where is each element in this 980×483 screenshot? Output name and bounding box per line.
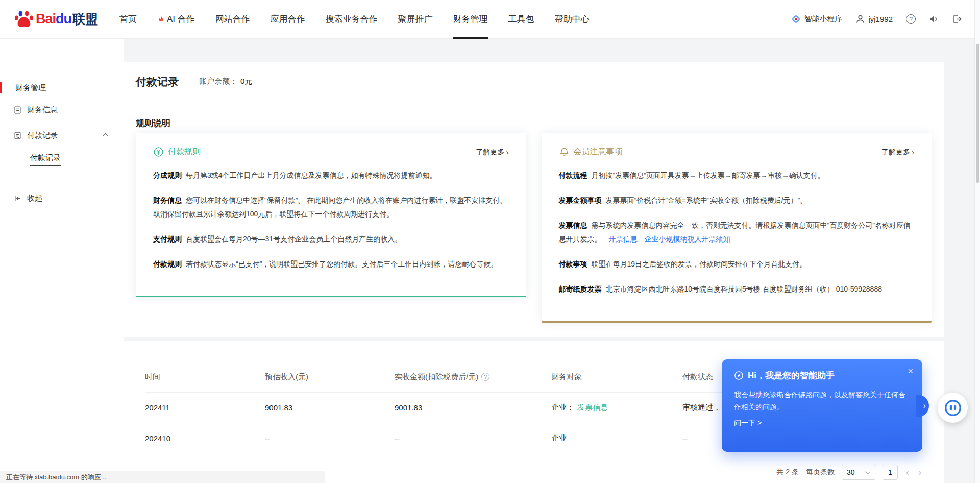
rules-section: 规则说明 付款规则 了解更多› 分成规则每月第3或4个工作日产出上月分成信息及发… xyxy=(136,101,932,323)
coin-icon xyxy=(153,147,164,157)
rule-item: 付款规则若付款状态显示“已支付”，说明联盟已安排了您的付款。支付后三个工作日内到… xyxy=(153,257,509,271)
member-notice-card: 会员注意事项 了解更多› 付款流程月初按“发票信息”页面开具发票→上传发票→邮寄… xyxy=(542,133,932,323)
nav-item-label: 应用合作 xyxy=(271,13,305,25)
compass-icon xyxy=(734,371,744,380)
nav-item-app-cooperation[interactable]: 应用合作 xyxy=(271,0,305,39)
document-icon xyxy=(13,106,22,114)
assistant-popup: › Hi，我是您的智能助手 × 我会帮助您诊断合作链路问题，以及解答您关于任何合… xyxy=(722,359,922,452)
per-page-select[interactable]: 30 xyxy=(842,465,875,480)
sidebar-divider xyxy=(0,179,109,179)
per-page-label: 每页条数 xyxy=(806,468,835,477)
logo-text-du: du xyxy=(56,11,71,27)
mini-program-label: 智能小程序 xyxy=(804,14,842,24)
vertical-scrollbar[interactable] xyxy=(974,0,980,483)
more-label: 了解更多 xyxy=(476,148,505,157)
nav-item-home[interactable]: 首页 xyxy=(119,0,137,39)
chevron-right-icon: › xyxy=(912,148,914,156)
nav-item-toolkit[interactable]: 工具包 xyxy=(508,0,534,39)
payment-rules-title: 付款规则 xyxy=(168,147,201,157)
nav-item-finance-management[interactable]: 财务管理 xyxy=(453,0,488,39)
mini-program-icon xyxy=(791,14,801,24)
rules-heading: 规则说明 xyxy=(136,117,932,129)
payment-rules-more-link[interactable]: 了解更多› xyxy=(476,148,509,157)
total-count: 共 2 条 xyxy=(776,468,799,477)
user-icon xyxy=(855,14,865,24)
invoice-info-table-link[interactable]: 发票信息 xyxy=(577,403,608,412)
sidebar-subitem-payment-records[interactable]: 付款记录 xyxy=(0,148,124,172)
baidu-paw-icon xyxy=(14,10,34,29)
cell-actual: -- xyxy=(395,434,551,443)
small-taxpayer-notice-link[interactable]: 企业小规模纳税人开票须知 xyxy=(645,235,730,243)
page-number-button[interactable]: 1 xyxy=(883,465,898,480)
nav-item-label: 搜索业务合作 xyxy=(326,13,378,25)
cell-actual: 9001.83 xyxy=(395,403,551,412)
balance-label: 账户余额： xyxy=(199,77,237,85)
sidebar-group-label: 财务管理 xyxy=(15,83,46,93)
main-menu: 首页 AI 合作 网站合作 应用合作 搜索业务合作 聚屏推广 财务管理 工具包 … xyxy=(119,0,610,39)
sidebar: 财务管理 财务信息 付款记录 付款记录 收起 xyxy=(0,39,124,483)
rule-item: 付款事项联盟在每月19日之后签收的发票，付款时间安排在下个月首批支付。 xyxy=(559,257,915,271)
page-header: 付款记录 账户余额：0元 xyxy=(136,62,932,101)
nav-item-screen-promotion[interactable]: 聚屏推广 xyxy=(398,0,433,39)
sidebar-collapse-label: 收起 xyxy=(27,194,42,203)
cell-time: 202411 xyxy=(145,403,265,412)
bell-icon xyxy=(559,147,570,157)
nav-item-website-cooperation[interactable]: 网站合作 xyxy=(215,0,250,39)
browser-status-message: 正在等待 xlab.baidu.com 的响应... xyxy=(0,471,325,483)
assistant-title: Hi，我是您的智能助手 xyxy=(748,370,835,381)
nav-item-label: 财务管理 xyxy=(453,13,488,25)
mini-program-entry[interactable]: 智能小程序 xyxy=(791,14,842,24)
question-circle-icon[interactable]: ? xyxy=(481,373,489,381)
nav-item-label: AI 合作 xyxy=(167,13,195,25)
account-balance: 账户余额：0元 xyxy=(199,77,252,86)
nav-item-ai-cooperation[interactable]: AI 合作 xyxy=(157,0,195,39)
nav-item-label: 工具包 xyxy=(508,13,534,25)
per-page-value: 30 xyxy=(847,468,855,476)
nav-item-label: 聚屏推广 xyxy=(398,13,433,25)
nav-item-label: 首页 xyxy=(119,13,137,25)
cell-estimated: -- xyxy=(265,434,395,443)
member-notice-more-link[interactable]: 了解更多› xyxy=(881,148,914,157)
username-label: jyj1992 xyxy=(868,15,893,23)
nav-item-search-cooperation[interactable]: 搜索业务合作 xyxy=(326,0,378,39)
payment-records-panel: 付款记录 账户余额：0元 规则说明 付款规则 了解更多› 分成规则每月第3或 xyxy=(124,62,944,337)
col-estimated-income: 预估收入(元) xyxy=(265,372,395,382)
sidebar-item-financial-info[interactable]: 财务信息 xyxy=(0,97,124,123)
assistant-message: 我会帮助您诊断合作链路问题，以及解答您关于任何合作相关的问题。 xyxy=(734,389,910,413)
rule-item: 支付规则百度联盟会在每月20号—31号支付企业会员上个自然月产生的收入。 xyxy=(153,232,509,246)
logo-text-union: 联盟 xyxy=(72,11,98,28)
next-page-button[interactable]: › xyxy=(917,467,922,478)
sidebar-group-finance-management[interactable]: 财务管理 xyxy=(0,79,124,97)
chevron-right-icon: › xyxy=(506,148,509,156)
sidebar-subitem-label: 付款记录 xyxy=(30,153,61,166)
flame-icon xyxy=(157,15,165,23)
rule-item: 分成规则每月第3或4个工作日产出上月分成信息及发票信息，如有特殊情况将提前通知。 xyxy=(153,168,509,182)
collapse-icon xyxy=(13,194,22,203)
logo-text-bai: Bai xyxy=(36,11,56,27)
balance-value: 0元 xyxy=(240,77,252,85)
ask-assistant-link[interactable]: 问一下 > xyxy=(734,419,910,428)
sidebar-collapse-button[interactable]: 收起 xyxy=(0,185,124,211)
sidebar-item-payment-records[interactable]: 付款记录 xyxy=(0,123,124,148)
close-icon[interactable]: × xyxy=(908,367,913,376)
prev-page-button[interactable]: ‹ xyxy=(905,467,910,478)
nav-item-label: 帮助中心 xyxy=(555,13,590,25)
scrollbar-thumb[interactable] xyxy=(976,44,979,183)
sound-icon[interactable] xyxy=(929,14,939,24)
invoice-info-link[interactable]: 开票信息 xyxy=(609,235,638,243)
user-account[interactable]: jyj1992 xyxy=(855,14,893,24)
logout-icon[interactable] xyxy=(952,14,962,24)
sidebar-item-label: 付款记录 xyxy=(27,131,58,140)
col-actual-amount-label: 实收金额(扣除税费后/元) xyxy=(395,372,478,382)
baidu-union-logo[interactable]: Baidu联盟 xyxy=(14,10,98,29)
nav-item-label: 网站合作 xyxy=(215,13,250,25)
rule-item: 发票金额事项发票票面“价税合计”金额=系统中“实收金额（扣除税费后/元）”。 xyxy=(559,194,915,207)
help-icon[interactable]: ? xyxy=(906,14,916,24)
chevron-up-icon xyxy=(103,133,108,139)
entity-label: 企业： xyxy=(551,403,574,412)
nav-item-help-center[interactable]: 帮助中心 xyxy=(555,0,590,39)
top-navigation: Baidu联盟 首页 AI 合作 网站合作 应用合作 搜索业务合作 聚屏推广 财… xyxy=(0,0,980,39)
rule-item: 付款流程月初按“发票信息”页面开具发票→上传发票→邮寄发票→审核→确认支付。 xyxy=(559,168,915,182)
assistant-robot-button[interactable] xyxy=(938,393,968,423)
receipt-icon xyxy=(13,131,22,140)
